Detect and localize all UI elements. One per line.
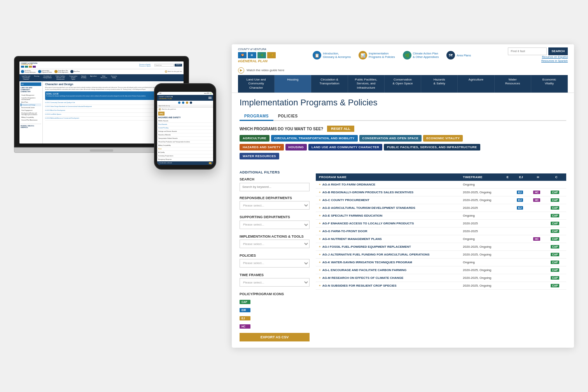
program-name-cell[interactable]: +AG-G FARM-TO-FRONT DOOR: [316, 228, 460, 235]
program-name-cell[interactable]: +AG-I FOSSIL FUEL-POWERED EQUIPMENT REPL…: [316, 243, 460, 251]
filters-resp-dept-select[interactable]: Please select...: [240, 201, 310, 210]
sidebar-character[interactable]: Character and Design: [21, 103, 41, 106]
sidebar-military[interactable]: Military Compatibility: [21, 116, 41, 119]
website-nav-conservation[interactable]: Conservation& Open Space: [385, 75, 421, 93]
website-nav-impl[interactable]: 📊 ImplementationPrograms & Policies: [359, 51, 395, 60]
phone-list-item-7[interactable]: Military Compatibility: [157, 144, 213, 147]
chip-land-use[interactable]: LAND USE AND COMMUNITY CHARACTER: [308, 144, 382, 150]
export-csv-btn[interactable]: EXPORT AS CSV: [240, 333, 310, 341]
laptop-nav-agriculture[interactable]: Agriculture: [89, 75, 98, 80]
phone-nav-icon-1[interactable]: [178, 102, 180, 104]
laptop-search-btn[interactable]: SEARCH: [175, 64, 182, 66]
laptop-nav-economic[interactable]: EconomicVitality: [110, 75, 118, 80]
sidebar-civic[interactable]: Civic Engagement: [21, 109, 41, 112]
chip-hazards[interactable]: HAZARDS AND SAFETY: [240, 144, 284, 150]
website-nav-climate[interactable]: 🌿 Climate Action Plan& Other Appendixes: [403, 51, 439, 60]
program-name-cell[interactable]: +AG-M RESEARCH ON EFFECTS OF CLIMATE CHA…: [316, 274, 460, 282]
chip-economic[interactable]: ECONOMIC VITALITY: [423, 135, 463, 142]
laptop-nav-impl[interactable]: ImplementationPrograms & Policies: [38, 70, 52, 73]
phone-list-item-none[interactable]: None: [157, 147, 213, 151]
phone-gp-label: eGENERAL PLAN: [159, 98, 173, 100]
laptop-nav-circulation[interactable]: Circulation &Transportation: [42, 75, 52, 80]
website-nav-circulation[interactable]: Circulation &Transportation: [311, 75, 348, 93]
filters-impl-select[interactable]: Please select...: [240, 240, 310, 248]
laptop-search-input[interactable]: [154, 64, 174, 66]
phone-watch-btn[interactable]: ▶ Watch the video guide here: [157, 107, 213, 111]
website-gp-label: eGENERAL PLAN: [238, 59, 276, 63]
website-nav-economic[interactable]: EconomicVitality: [531, 75, 568, 93]
chip-water[interactable]: WATER RESOURCES: [240, 153, 279, 159]
chip-agriculture[interactable]: AGRICULTURE: [240, 135, 270, 142]
program-name-cell[interactable]: +AG-A RIGHT-TO-FARM ORDINANCE: [316, 181, 460, 189]
phone-list-item-3[interactable]: Geologic and Seismic Hazards: [157, 130, 213, 133]
badge-cap: CAP: [551, 284, 560, 287]
laptop-nav-water[interactable]: WaterResources: [100, 75, 108, 80]
laptop-nav-conservation[interactable]: Conservation& OpenSpace: [68, 75, 78, 80]
program-name-cell[interactable]: +AG-B REGIONALLY-GROWN PRODUCTS SALES IN…: [316, 189, 460, 196]
chip-circulation[interactable]: CIRCULATION, TRANSPORTATION, AND MOBILIT…: [271, 135, 358, 142]
phone-list-item-6[interactable]: Oil and Gas Production and Transportatio…: [157, 140, 213, 144]
phone-list-item-10[interactable]: Emergency Response: [157, 158, 213, 161]
sidebar-land-use[interactable]: Land Use Designationsand Standards: [21, 96, 41, 101]
program-name-cell[interactable]: +AG-K WATER-SAVING IRRIGATION TECHNIQUES…: [316, 259, 460, 266]
reset-all-btn[interactable]: RESET ALL: [327, 126, 354, 132]
website-nav-area[interactable]: 🗺 Area Plans: [446, 51, 471, 60]
program-name-cell[interactable]: +AG-J ALTERNATIVE FUEL FUNDING FOR AGRIC…: [316, 251, 460, 259]
program-name-cell[interactable]: +AG-N SUBSIDIES FOR RESILIENT CROP SPECI…: [316, 282, 460, 290]
program-name-cell[interactable]: +AG-L ENCOURAGE AND FACILITATE CARBON FA…: [316, 266, 460, 274]
sidebar-area-plans[interactable]: Area Plans: [21, 101, 41, 103]
filters-timeframes-select[interactable]: Please select...: [240, 278, 310, 287]
phone-menu-icon[interactable]: [208, 97, 212, 99]
sidebar-dev-review[interactable]: Development Review andInter-Agency/Coord…: [21, 112, 41, 116]
phone-list-item-0[interactable]: Wildfire Hazards: [157, 119, 213, 123]
laptop-nav-area[interactable]: Area Plans: [70, 70, 80, 73]
phone-list-item-4[interactable]: Hazardous Materials: [157, 133, 213, 137]
filters-policies-select[interactable]: Please select...: [240, 259, 310, 268]
tab-programs[interactable]: PROGRAMS: [240, 112, 273, 121]
website-search-btn[interactable]: SEARCH: [548, 47, 568, 55]
website-nav-agriculture[interactable]: Agriculture: [458, 75, 494, 93]
program-name-cell[interactable]: +AG-F ENHANCED ACCESS TO LOCALLY GROWN P…: [316, 220, 460, 228]
website-nav-public[interactable]: Public Facilities,Services, andInfrastru…: [348, 75, 385, 93]
website-nav-hazards[interactable]: Hazards& Safety: [421, 75, 458, 93]
phone-nav-icon-3[interactable]: [186, 102, 188, 104]
phone-list-item-2[interactable]: Coastal Flooding: [157, 126, 213, 130]
website-nav-water[interactable]: WaterResources: [495, 75, 531, 93]
website-nav-land-use[interactable]: Land Use andCommunityCharacter: [238, 75, 275, 93]
phone-nav-icon-2[interactable]: [182, 102, 184, 104]
program-badge-cell-cap: CAP: [547, 196, 566, 204]
chip-conservation[interactable]: CONSERVATION AND OPEN SPACE: [359, 135, 422, 142]
website-search-input[interactable]: [508, 47, 547, 55]
chip-public[interactable]: PUBLIC FACILITIES, SERVICES, AND INFRAST…: [384, 144, 480, 150]
program-name-cell[interactable]: +AG-D AGRICULTURAL TOURISM DEVELOPMENT S…: [316, 204, 460, 212]
sidebar-gp-maint[interactable]: General Plan Maintenance: [21, 119, 41, 121]
filters-search-input[interactable]: [240, 183, 310, 191]
laptop-nav-land-use[interactable]: Land Use andCommunityCharacter: [21, 75, 31, 80]
phone-list-item-5[interactable]: Transportation Related Hazards: [157, 137, 213, 140]
laptop-nav-intro[interactable]: Introduction,Glossary & Acronyms: [21, 70, 36, 73]
laptop-nav-public[interactable]: Public Facilities,Services, andInfrastru…: [55, 75, 66, 80]
badge-hc: HC: [533, 237, 540, 241]
website-nav-intro[interactable]: 📋 Introduction,Glossary & Acronyms: [313, 51, 351, 60]
phone-haz-badge: HAZ: [157, 111, 213, 116]
website-link-espanol[interactable]: Recursos en Español: [508, 55, 568, 60]
website-link-spanish[interactable]: Resources in Spanish: [508, 59, 568, 63]
laptop-nav-climate[interactable]: Climate Action Plan& Other Appendixes: [54, 70, 68, 73]
program-name-cell[interactable]: +AG-E SPECIALTY FARMING EDUCATION: [316, 212, 460, 220]
program-name-cell[interactable]: +AG-H NUTRIENT MANAGEMENT PLANS: [316, 235, 460, 243]
tab-policies[interactable]: POLICIES: [273, 112, 303, 120]
chip-housing[interactable]: HOUSING: [285, 144, 307, 150]
sidebar-env-justice[interactable]: Environmental Justice: [21, 106, 41, 109]
phone-list-item-1[interactable]: Flood Hazards: [157, 123, 213, 126]
laptop-nav-hazards[interactable]: Hazards& Safety: [80, 75, 87, 80]
website-nav-housing[interactable]: Housing: [275, 75, 311, 93]
filters-resp-dept-label: RESPONSIBLE DEPARTMENTS: [240, 196, 310, 200]
program-name-cell[interactable]: +AG-C COUNTY PROCUREMENT: [316, 196, 460, 204]
filters-supp-dept-select[interactable]: Please select...: [240, 220, 310, 229]
phone-nav-icon-4[interactable]: [190, 102, 192, 104]
phone-list-item-8[interactable]: Air Quality: [157, 151, 213, 154]
sidebar-growth[interactable]: Growth Management: [21, 94, 41, 96]
laptop-nav-housing[interactable]: Housing: [33, 75, 40, 80]
website-watch-label[interactable]: Watch the video guide here: [247, 68, 284, 72]
phone-list-item-9[interactable]: Increasing Temperatures: [157, 154, 213, 158]
